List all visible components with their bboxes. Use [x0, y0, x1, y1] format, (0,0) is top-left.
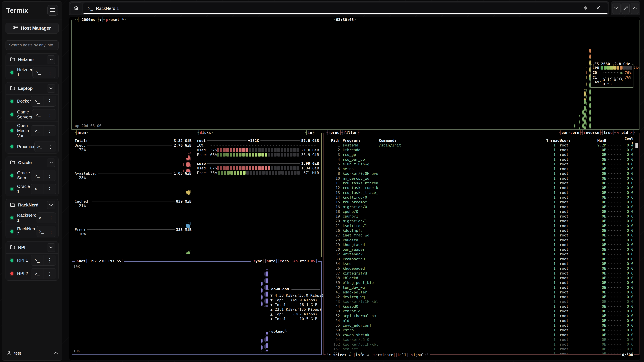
terminal-view[interactable]: ┤1cpu├─┤menu├┤preset *├┤03:30:05├┤− 2000… — [69, 17, 640, 361]
process-row[interactable]: 29khungtaskd1root0B0.0 — [324, 242, 639, 247]
per-core-toggle[interactable]: per-core — [562, 130, 579, 135]
sort-next[interactable]: > — [630, 131, 632, 135]
process-row[interactable]: 43kworker/1:1H-kbl1root0B0.0 — [324, 299, 639, 304]
kill-button[interactable]: kill — [398, 353, 406, 357]
sort-column-selector[interactable]: < pid > — [617, 130, 632, 135]
proc-scrollbar[interactable] — [636, 143, 638, 351]
tab-racknerd-1[interactable]: >_ RackNerd 1 — [83, 2, 608, 14]
open-terminal-button[interactable]: >_ — [31, 125, 44, 136]
process-row[interactable]: 162kworker/0:1H-kbl1root0B0.0 — [324, 342, 639, 347]
process-row[interactable]: 27inet_frag_wq1root0B0.0 — [324, 233, 639, 238]
host-row-hetzner-1[interactable]: Hetzner 1>_⋮ — [6, 66, 58, 79]
group-header[interactable]: Oracle — [6, 157, 58, 169]
process-row[interactable]: 167ata_sff1root0B0.0 — [324, 347, 639, 352]
process-row[interactable]: 12rcu_tasks_rude_k1root0B0.0 — [324, 186, 639, 190]
process-row[interactable]: 32writeback1root0B0.0 — [324, 252, 639, 257]
host-row-oracle-sam[interactable]: Oracle Sam>_⋮ — [6, 169, 58, 182]
col-program[interactable]: Program: — [343, 138, 379, 143]
group-header[interactable]: RPI — [6, 242, 58, 254]
group-collapse-button[interactable] — [47, 243, 55, 252]
terminate-button[interactable]: terminate — [373, 353, 393, 357]
host-options-button[interactable]: ⋮ — [45, 141, 56, 152]
process-row[interactable]: 63zswap-shrink1root0B0.0 — [324, 333, 639, 337]
open-terminal-button[interactable]: >_ — [37, 213, 46, 223]
host-row-rpi-2[interactable]: RPI 2>_⋮ — [6, 267, 58, 280]
proc-panel-title[interactable]: ┤4proc├┤filter├ — [326, 130, 360, 135]
open-terminal-button[interactable]: >_ — [31, 96, 44, 106]
menu-button[interactable] — [48, 5, 58, 15]
io-label[interactable]: io — [308, 130, 312, 135]
process-row[interactable]: 19cpuhp/11root0B0.0 — [324, 214, 639, 219]
process-row[interactable]: 3rcu_gp1root0B0.0 — [324, 152, 639, 157]
process-row[interactable]: 42devfreq_wq1root0B0.0 — [324, 295, 639, 299]
process-row[interactable]: 40tpm_dev_wq1root0B0.0 — [324, 285, 639, 290]
process-row[interactable]: 6netns1root0B0.0 — [324, 166, 639, 171]
home-button[interactable] — [70, 2, 82, 14]
process-row[interactable]: 20migration/11root0B0.0 — [324, 219, 639, 223]
process-row[interactable]: 18cpuhp/01root0B0.0 — [324, 209, 639, 214]
disks-panel-title[interactable]: ┤disks├ — [197, 130, 214, 135]
open-terminal-button[interactable]: >_ — [34, 141, 45, 152]
process-row[interactable]: 60kstrp1root0B0.0 — [324, 328, 639, 333]
select-up-arrow[interactable]: ↑ — [329, 353, 331, 357]
sort-prev[interactable]: < — [617, 131, 619, 135]
process-row[interactable]: 55ipv6_addrconf1root0B0.0 — [324, 323, 639, 328]
host-row-docker[interactable]: Docker>_⋮ — [6, 94, 58, 108]
open-terminal-button[interactable]: >_ — [31, 269, 44, 279]
host-options-button[interactable]: ⋮ — [44, 255, 56, 266]
search-input[interactable] — [6, 40, 58, 50]
col-mem[interactable]: MemB — [588, 138, 606, 143]
collapse-button[interactable] — [612, 3, 620, 14]
host-row-racknerd-1[interactable]: RackNerd 1>_⋮ — [6, 211, 58, 225]
process-row[interactable]: 5slub_flushwq1root0B0.0 — [324, 162, 639, 166]
open-terminal-button[interactable]: >_ — [31, 170, 44, 181]
process-row[interactable]: 16migration/01root0B0.0 — [324, 204, 639, 209]
filter-button[interactable]: filter — [344, 130, 357, 135]
process-row[interactable]: 41edac-poller1root0B0.0 — [324, 290, 639, 295]
host-row-racknerd-2[interactable]: RackNerd 2>_⋮ — [6, 225, 58, 238]
tools-button[interactable] — [622, 3, 630, 14]
group-collapse-button[interactable] — [47, 201, 55, 209]
process-row[interactable]: 64kworker/u5:01root0B0.0 — [324, 337, 639, 342]
host-manager-button[interactable]: Host Manager — [6, 23, 58, 33]
process-row[interactable]: 10mm_percpu_wq1root0B0.0 — [324, 176, 639, 181]
process-row[interactable]: 14ksoftirqd/01root0B0.0 — [324, 195, 639, 200]
preset-label[interactable]: preset * — [106, 17, 124, 22]
process-row[interactable]: 4rcu_par_gp1root0B0.0 — [324, 157, 639, 162]
process-row[interactable]: 26kdevtmpfs1root0B0.0 — [324, 228, 639, 233]
net-interface-selector[interactable]: <b eth0 n> — [293, 259, 315, 264]
interval-increase[interactable]: + — [95, 17, 97, 22]
process-row[interactable]: 36khugepaged1root0B0.0 — [324, 266, 639, 271]
tree-toggle[interactable]: tree — [604, 130, 613, 135]
net-option-auto[interactable]: auto — [266, 259, 276, 264]
info-button[interactable]: info — [355, 353, 366, 357]
host-row-open-media-vault[interactable]: Open Media Vault>_⋮ — [6, 121, 58, 140]
close-tab-icon[interactable] — [594, 6, 603, 11]
signals-button[interactable]: signals — [411, 353, 426, 357]
net-panel-title[interactable]: ┤5net├┤192.210.197.55├ — [75, 259, 124, 264]
process-row[interactable]: 28kauditd1root0B0.0 — [324, 238, 639, 242]
process-row[interactable]: 52acpi_thermal_pm1root0B0.0 — [324, 314, 639, 318]
host-options-button[interactable]: ⋮ — [46, 213, 56, 223]
host-row-game-servers[interactable]: Game Servers>_⋮ — [6, 108, 58, 121]
user-menu[interactable]: test — [2, 346, 62, 361]
net-option-zero[interactable]: zero — [280, 259, 289, 264]
process-row[interactable]: 11rcu_tasks_kthrea1root0B0.0 — [324, 181, 639, 185]
host-options-button[interactable]: ⋮ — [46, 226, 56, 237]
group-collapse-button[interactable] — [47, 159, 55, 167]
net-option-sync[interactable]: sync — [253, 259, 262, 264]
proc-options[interactable]: ┤per-core├┤reverse├┤tree├┤< pid >├ — [559, 130, 635, 135]
process-row[interactable]: 38kblockd1root0B0.0 — [324, 276, 639, 280]
process-row[interactable]: 39blkcg_punt_bio1root0B0.0 — [324, 280, 639, 285]
scrollbar-thumb[interactable] — [636, 143, 638, 148]
process-row[interactable]: 8kworker/0:0H-eve1root0B0.0 — [324, 171, 639, 176]
host-options-button[interactable]: ⋮ — [44, 170, 56, 181]
host-options-button[interactable]: ⋮ — [44, 109, 56, 120]
open-terminal-button[interactable]: >_ — [32, 67, 44, 78]
net-options[interactable]: ┤sync├┤auto├┤zero├┤<b eth0 n>├ — [251, 259, 318, 264]
io-toggle[interactable]: ┤io├ — [305, 130, 314, 135]
col-command[interactable]: Command: — [379, 138, 546, 143]
process-row[interactable]: 13rcu_tasks_trace_1root0B0.0 — [324, 190, 639, 195]
process-row[interactable]: 37kintegrityd1root0B0.0 — [324, 271, 639, 276]
col-user[interactable]: User: — [560, 138, 588, 143]
